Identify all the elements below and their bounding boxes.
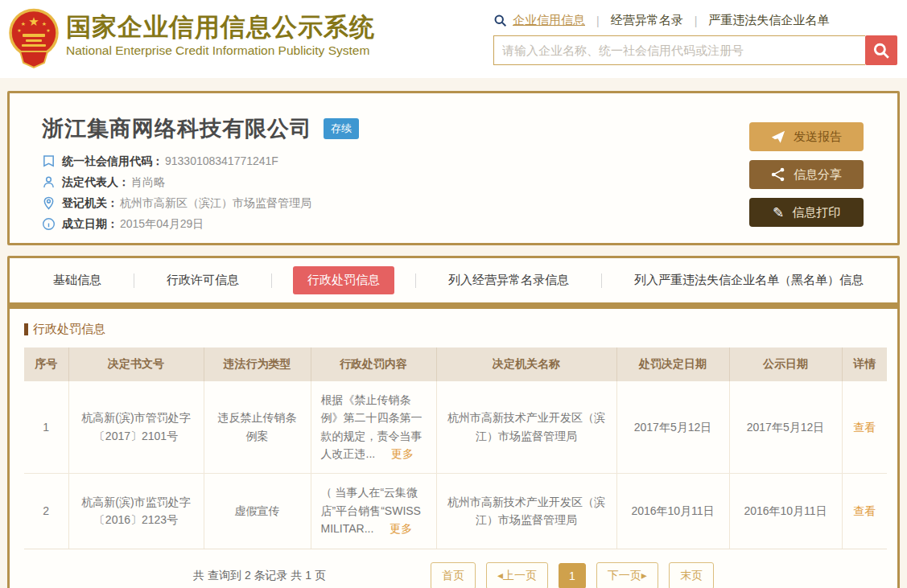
search-input[interactable] — [493, 35, 865, 65]
pagination: 共 查询到 2 条记录 共 1 页 首页 ◂上一页 1 下一页▸ 末页 — [24, 562, 883, 588]
cell-penalty-content: 根据《禁止传销条例》第二十四条第一款的规定，责令当事人改正违... 更多 — [311, 381, 436, 473]
nav-link-enterprise-credit[interactable]: 企业信用信息 — [513, 13, 585, 28]
person-icon — [42, 175, 56, 189]
cell-authority: 杭州市高新技术产业开发区（滨江）市场监督管理局 — [436, 381, 616, 473]
tab-basic-info[interactable]: 基础信息 — [42, 266, 113, 294]
last-page-button[interactable]: 末页 — [669, 562, 714, 588]
nav-link-abnormal-list[interactable]: 经营异常名录 — [611, 13, 683, 28]
col-header-doc-no: 决定书文号 — [68, 347, 204, 381]
field-legal-representative: 法定代表人： 肖尚略 — [42, 174, 359, 190]
table-header-row: 序号 决定书文号 违法行为类型 行政处罚内容 决定机关名称 处罚决定日期 公示日… — [24, 347, 887, 381]
site-logo[interactable]: ★ ★ ★ ★ ★ 国家企业信用信息公示系统 National Enterpri… — [8, 6, 375, 78]
svg-text:★: ★ — [17, 28, 21, 33]
title-marker — [24, 323, 28, 335]
certificate-icon — [42, 154, 56, 168]
table-row: 2 杭高新(滨)市监罚处字〔2016〕2123号 虚假宣传 （ 当事人在“云集微… — [24, 473, 887, 549]
cell-publish-date: 2017年5月12日 — [729, 381, 842, 473]
detail-panel: 基础信息 行政许可信息 行政处罚信息 列入经营异常名录信息 列入严重违法失信企业… — [7, 256, 900, 588]
svg-text:★: ★ — [46, 28, 50, 33]
cell-index: 2 — [24, 473, 68, 549]
svg-text:★: ★ — [28, 14, 39, 28]
nav-separator: | — [695, 14, 698, 27]
search-icon — [493, 14, 507, 27]
cell-penalty-content: （ 当事人在“云集微店”平台销售“SWISS MILITAR... 更多 — [311, 473, 436, 549]
nav-link-blacklist[interactable]: 严重违法失信企业名单 — [708, 13, 829, 28]
brand-text: 国家企业信用信息公示系统 National Enterprise Credit … — [66, 6, 375, 58]
more-link[interactable]: 更多 — [390, 522, 412, 535]
status-badge: 存续 — [324, 118, 359, 139]
cell-decision-date: 2016年10月11日 — [616, 473, 729, 549]
col-header-authority: 决定机关名称 — [436, 347, 616, 381]
search-button[interactable] — [865, 35, 897, 65]
share-icon — [771, 167, 785, 182]
field-establishment-date: 成立日期： 2015年04月29日 — [42, 216, 359, 232]
table-row: 1 杭高新(滨)市管罚处字〔2017〕2101号 违反禁止传销条例案 根据《禁止… — [24, 381, 887, 473]
gold-divider — [10, 302, 897, 309]
cell-decision-date: 2017年5月12日 — [616, 381, 729, 473]
info-icon — [42, 217, 56, 231]
tab-separator — [271, 273, 272, 288]
next-page-button[interactable]: 下一页▸ — [596, 562, 658, 588]
cell-violation-type: 违反禁止传销条例案 — [204, 381, 311, 473]
cell-doc-no: 杭高新(滨)市管罚处字〔2017〕2101号 — [68, 381, 204, 473]
col-header-publish-date: 公示日期 — [729, 347, 842, 381]
share-info-button[interactable]: 信息分享 — [749, 160, 864, 189]
nav-separator: | — [596, 14, 600, 27]
top-nav: 企业信用信息 | 经营异常名录 | 严重违法失信企业名单 — [493, 13, 897, 28]
view-link[interactable]: 查看 — [853, 504, 876, 517]
site-title: 国家企业信用信息公示系统 — [66, 13, 375, 42]
svg-text:★: ★ — [42, 21, 47, 27]
view-link[interactable]: 查看 — [853, 421, 876, 434]
penalty-table: 序号 决定书文号 违法行为类型 行政处罚内容 决定机关名称 处罚决定日期 公示日… — [24, 347, 887, 549]
svg-text:★: ★ — [21, 21, 26, 27]
header-right: 企业信用信息 | 经营异常名录 | 严重违法失信企业名单 — [493, 6, 897, 78]
penalty-section: 行政处罚信息 序号 决定书文号 违法行为类型 行政处罚内容 决定机关名称 处罚决… — [10, 309, 897, 588]
record-count-summary: 共 查询到 2 条记录 共 1 页 — [193, 569, 326, 583]
field-registration-authority: 登记机关： 杭州市高新区（滨江）市场监督管理局 — [42, 195, 359, 211]
cell-detail: 查看 — [842, 381, 887, 473]
send-report-button[interactable]: 发送报告 — [749, 122, 864, 151]
tab-separator — [415, 273, 416, 288]
col-header-penalty-content: 行政处罚内容 — [311, 347, 436, 381]
first-page-button[interactable]: 首页 — [431, 562, 476, 588]
col-header-violation-type: 违法行为类型 — [204, 347, 311, 381]
field-credit-code: 统一社会信用代码： 91330108341771241F — [42, 153, 359, 169]
location-icon — [42, 196, 56, 210]
company-name: 浙江集商网络科技有限公司 — [42, 114, 312, 143]
tab-abnormal-operations[interactable]: 列入经营异常名录信息 — [437, 266, 580, 294]
col-header-decision-date: 处罚决定日期 — [616, 347, 729, 381]
prev-page-button[interactable]: ◂上一页 — [486, 562, 548, 588]
cell-violation-type: 虚假宣传 — [204, 473, 311, 549]
tab-admin-license[interactable]: 行政许可信息 — [155, 266, 250, 294]
tab-blacklist[interactable]: 列入严重违法失信企业名单（黑名单）信息 — [623, 266, 875, 294]
paper-plane-icon — [771, 130, 785, 144]
col-header-index: 序号 — [24, 347, 68, 381]
section-title: 行政处罚信息 — [24, 322, 883, 337]
national-emblem-icon: ★ ★ ★ ★ ★ — [8, 8, 60, 69]
col-header-detail: 详情 — [842, 347, 887, 381]
more-link[interactable]: 更多 — [391, 447, 414, 460]
cell-publish-date: 2016年10月11日 — [729, 473, 842, 549]
search-bar — [493, 35, 897, 65]
current-page-button[interactable]: 1 — [559, 563, 586, 588]
site-subtitle: National Enterprise Credit Information P… — [66, 43, 375, 58]
tab-bar: 基础信息 行政许可信息 行政处罚信息 列入经营异常名录信息 列入严重违法失信企业… — [10, 258, 897, 302]
tab-separator — [601, 273, 602, 288]
company-info: 浙江集商网络科技有限公司 存续 统一社会信用代码： 91330108341771… — [42, 114, 359, 235]
cell-authority: 杭州市高新技术产业开发区（滨江）市场监督管理局 — [436, 473, 616, 549]
search-button-icon — [872, 42, 890, 60]
action-buttons: 发送报告 信息分享 ✎ 信息打印 — [749, 114, 864, 235]
site-header: ★ ★ ★ ★ ★ 国家企业信用信息公示系统 National Enterpri… — [0, 0, 907, 78]
print-info-button[interactable]: ✎ 信息打印 — [749, 198, 864, 227]
cell-doc-no: 杭高新(滨)市监罚处字〔2016〕2123号 — [68, 473, 204, 549]
tab-separator — [134, 273, 134, 288]
cell-detail: 查看 — [842, 473, 887, 549]
cell-index: 1 — [24, 381, 68, 473]
tab-admin-penalty[interactable]: 行政处罚信息 — [293, 266, 394, 294]
company-card: 浙江集商网络科技有限公司 存续 统一社会信用代码： 91330108341771… — [7, 91, 900, 245]
pencil-icon: ✎ — [773, 205, 784, 220]
